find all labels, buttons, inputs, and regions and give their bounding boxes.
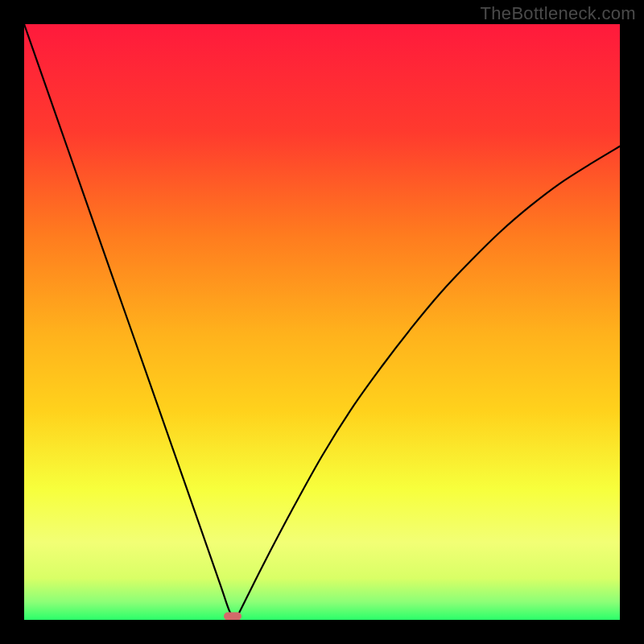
plot-area — [24, 24, 620, 620]
bottleneck-marker — [224, 613, 242, 620]
chart-svg — [24, 24, 620, 620]
watermark-text: TheBottleneck.com — [481, 3, 636, 24]
gradient-background — [24, 24, 620, 620]
chart-frame: TheBottleneck.com — [0, 0, 644, 644]
